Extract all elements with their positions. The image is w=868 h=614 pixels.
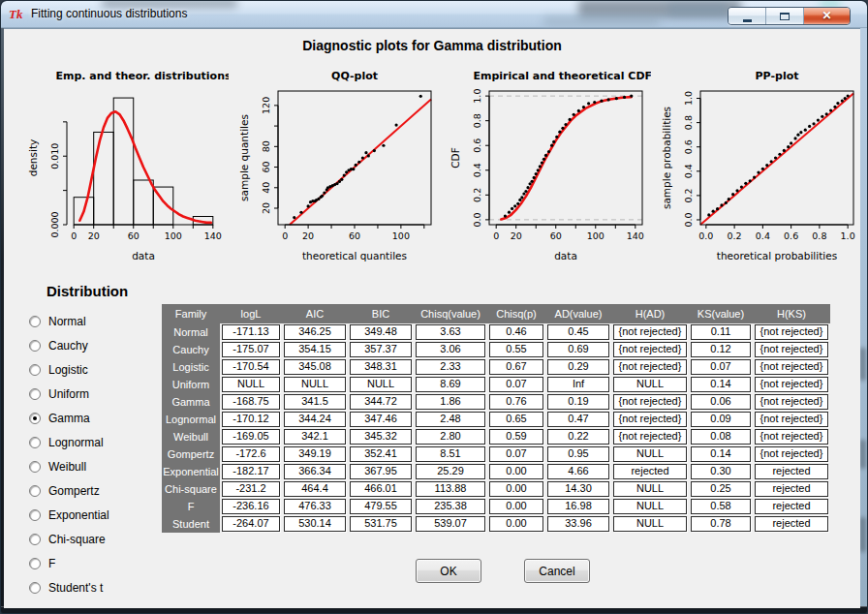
- radio-option-lognormal[interactable]: Lognormal: [29, 430, 109, 454]
- radio-icon[interactable]: [29, 364, 41, 376]
- table-cell: {not rejected}: [755, 429, 828, 445]
- radio-option-student-s-t[interactable]: Student's t: [29, 575, 109, 599]
- table-cell: -264.07: [222, 516, 280, 532]
- radio-icon[interactable]: [29, 582, 41, 594]
- svg-text:60: 60: [261, 162, 271, 173]
- titlebar[interactable]: Tk Fitting continuous distributions ✕: [1, 1, 867, 28]
- theoretical-curve: [79, 111, 210, 223]
- svg-text:100: 100: [392, 230, 410, 241]
- family-cell: Weibull: [162, 428, 220, 445]
- table-cell: 113.88: [416, 481, 485, 497]
- plot-title: PP-plot: [756, 70, 799, 82]
- cancel-button[interactable]: Cancel: [524, 559, 590, 583]
- window-controls: ✕: [728, 7, 851, 25]
- table-cell: 0.00: [489, 499, 543, 514]
- table-cell: 0.78: [691, 516, 751, 532]
- radio-icon[interactable]: [29, 413, 41, 424]
- fit-statistics-table: FamilylogLAICBICChisq(value)Chisq(p)AD(v…: [162, 304, 830, 533]
- svg-text:140: 140: [204, 230, 222, 241]
- svg-text:0.8: 0.8: [812, 230, 826, 241]
- svg-text:40: 40: [261, 182, 271, 194]
- table-row: Gompertz-172.6349.19352.418.510.070.95NU…: [162, 445, 830, 463]
- svg-text:0.2: 0.2: [472, 188, 482, 202]
- table-cell: 476.33: [284, 499, 346, 514]
- table-cell: 344.24: [284, 412, 346, 427]
- minimize-button[interactable]: [728, 8, 766, 24]
- radio-icon[interactable]: [29, 509, 41, 521]
- radio-option-weibull[interactable]: Weibull: [29, 454, 109, 478]
- plot-emp-theor-distributions: Emp. and theor. distributions02060100140…: [20, 64, 229, 269]
- table-header-cell: H(AD): [611, 308, 689, 320]
- table-cell: -231.2: [222, 481, 280, 497]
- radio-icon[interactable]: [29, 534, 41, 545]
- radio-label: Gamma: [48, 412, 90, 425]
- table-cell: 341.5: [284, 394, 346, 410]
- family-cell: Normal: [162, 323, 220, 341]
- table-cell: -170.54: [222, 359, 280, 375]
- aero-blur-decoration: [859, 348, 866, 381]
- table-cell: 0.76: [489, 394, 543, 410]
- svg-text:60: 60: [349, 230, 360, 241]
- table-cell: -172.6: [222, 446, 280, 462]
- radio-option-cauchy[interactable]: Cauchy: [29, 333, 109, 357]
- family-cell: Chi-square: [162, 480, 220, 498]
- minimize-icon: [743, 19, 752, 22]
- table-cell: -236.16: [222, 499, 280, 514]
- ok-button[interactable]: OK: [416, 559, 481, 583]
- table-cell: 0.46: [489, 324, 543, 340]
- family-cell: Gompertz: [162, 445, 220, 463]
- table-header-cell: AIC: [282, 308, 348, 320]
- table-cell: 25.29: [416, 464, 485, 479]
- radio-option-chi-square[interactable]: Chi-square: [29, 527, 109, 551]
- table-cell: {not rejected}: [613, 324, 687, 340]
- table-cell: 0.65: [489, 412, 543, 427]
- tk-app-icon: Tk: [9, 6, 26, 22]
- table-cell: 0.12: [691, 342, 751, 357]
- table-header-cell: logL: [220, 308, 282, 320]
- radio-option-uniform[interactable]: Uniform: [29, 382, 109, 406]
- table-cell: 367.95: [350, 464, 412, 479]
- svg-text:0.2: 0.2: [683, 188, 694, 202]
- radio-icon[interactable]: [29, 558, 41, 569]
- close-button[interactable]: ✕: [804, 8, 850, 24]
- table-cell: 0.09: [691, 412, 751, 427]
- radio-icon[interactable]: [29, 340, 41, 352]
- svg-text:0.8: 0.8: [683, 115, 694, 130]
- svg-text:20: 20: [261, 202, 271, 214]
- radio-option-gamma[interactable]: Gamma: [29, 406, 109, 430]
- x-axis-label: data: [132, 250, 155, 261]
- svg-text:60: 60: [550, 230, 562, 241]
- svg-text:0.4: 0.4: [756, 230, 770, 241]
- table-cell: rejected: [755, 499, 828, 514]
- table-cell: 1.86: [416, 394, 485, 410]
- page-title: Diagnostic plots for Gamma distribution: [4, 38, 860, 53]
- radio-icon[interactable]: [29, 485, 41, 497]
- table-cell: 3.63: [416, 324, 485, 340]
- radio-icon[interactable]: [29, 461, 41, 473]
- maximize-button[interactable]: [766, 8, 804, 24]
- radio-option-normal[interactable]: Normal: [29, 309, 109, 333]
- svg-text:0: 0: [493, 230, 499, 241]
- table-cell: {not rejected}: [613, 359, 687, 375]
- table-header-cell: BIC: [348, 308, 414, 320]
- radio-option-f[interactable]: F: [29, 551, 109, 575]
- svg-text:0.000: 0.000: [49, 211, 60, 237]
- radio-option-exponential[interactable]: Exponential: [29, 503, 109, 527]
- radio-icon[interactable]: [29, 437, 41, 448]
- svg-text:0.6: 0.6: [683, 139, 694, 154]
- aero-blur-decoration: [543, 16, 660, 26]
- table-cell: {not rejected}: [613, 412, 687, 427]
- x-axis-label: theoretical probabilities: [717, 250, 837, 261]
- distribution-radio-group: NormalCauchyLogisticUniformGammaLognorma…: [29, 309, 109, 599]
- radio-label: Gompertz: [48, 484, 100, 498]
- table-cell: NULL: [284, 377, 346, 392]
- table-header-cell: Family: [162, 308, 220, 320]
- aero-blur-decoration: [859, 440, 866, 469]
- radio-option-logistic[interactable]: Logistic: [29, 357, 109, 382]
- radio-option-gompertz[interactable]: Gompertz: [29, 478, 109, 503]
- table-cell: {not rejected}: [755, 359, 828, 375]
- radio-icon[interactable]: [29, 388, 41, 400]
- radio-icon[interactable]: [29, 316, 41, 327]
- table-cell: -175.07: [222, 342, 280, 357]
- table-cell: NULL: [222, 377, 280, 392]
